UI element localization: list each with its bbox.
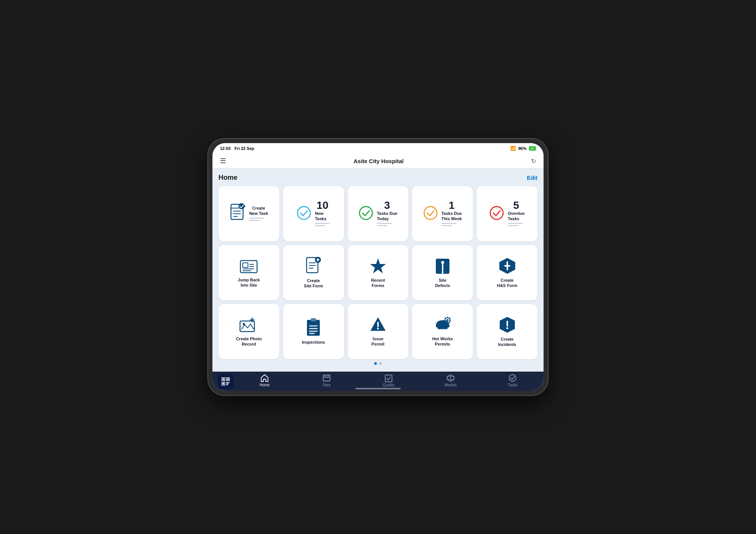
- svg-point-8: [297, 207, 310, 219]
- tab-quality-label: Quality: [383, 383, 394, 387]
- tile-create-site-form[interactable]: CreateSite Form: [283, 245, 344, 300]
- svg-rect-75: [385, 375, 392, 382]
- svg-marker-25: [370, 258, 386, 273]
- create-task-info: CreateNew Task: [249, 205, 268, 222]
- nav-title: Asite City Hospital: [353, 158, 404, 164]
- overdue-tasks-info: 5 OverdueTasks: [508, 200, 525, 228]
- tile-label-hot-works: Hot WorksPermits: [432, 336, 453, 347]
- svg-point-51: [446, 319, 449, 321]
- tile-label-create-hs-form: CreateH&S Form: [497, 278, 517, 289]
- tasks-due-week-count: 1: [442, 200, 462, 211]
- tile-create-hs-form[interactable]: CreateH&S Form: [477, 245, 538, 300]
- tile-create-new-task[interactable]: CreateNew Task: [218, 186, 279, 241]
- create-task-icon: [229, 204, 246, 224]
- svg-point-9: [359, 207, 372, 219]
- pagination-dot-1[interactable]: [374, 362, 377, 365]
- create-site-form-icon: [305, 257, 322, 275]
- tile-recent-forms[interactable]: RecentForms: [348, 245, 409, 300]
- create-hs-form-icon: [499, 257, 516, 275]
- overdue-tasks-icon: [490, 206, 504, 222]
- pagination: [218, 359, 538, 366]
- tile-create-photo[interactable]: Create PhotoRecord: [218, 304, 279, 359]
- task-lines: [508, 223, 525, 226]
- tab-sites-label: Sites: [322, 383, 331, 387]
- new-tasks-info: 10 NewTasks: [315, 200, 330, 228]
- tasks-due-today-info: 3 Tasks DueToday: [377, 200, 397, 228]
- tasks-due-week-icon: [423, 206, 438, 222]
- tab-models[interactable]: Models: [420, 374, 482, 387]
- tile-tasks-due-week[interactable]: 1 Tasks DueThis Week: [412, 186, 473, 241]
- tab-quality[interactable]: Quality: [358, 374, 420, 387]
- tile-site-defects[interactable]: SiteDefects: [412, 245, 473, 300]
- hot-works-icon: [434, 316, 451, 333]
- task-lines: [249, 218, 268, 222]
- tasks-due-week-info: 1 Tasks DueThis Week: [442, 200, 462, 228]
- tile-label-create-incidents: CreateIncidents: [498, 336, 516, 347]
- battery-icon: ⚡: [529, 146, 536, 151]
- tile-hot-works[interactable]: Hot WorksPermits: [412, 304, 473, 359]
- tab-sites[interactable]: Sites: [296, 374, 358, 387]
- device-screen: 12:03 Fri 22 Sep 📶 96% ⚡ ☰ Asite City Ho…: [212, 143, 544, 391]
- svg-rect-13: [243, 263, 248, 267]
- svg-rect-40: [311, 319, 316, 321]
- svg-point-47: [377, 327, 379, 329]
- tile-label-issue-permit: IssuePermit: [372, 336, 384, 347]
- new-tasks-icon: [297, 206, 311, 222]
- svg-point-80: [509, 375, 516, 381]
- svg-rect-72: [323, 375, 330, 381]
- task-lines: [377, 223, 397, 226]
- tab-home[interactable]: Home: [234, 374, 296, 387]
- svg-point-27: [441, 261, 444, 264]
- status-left: 12:03 Fri 22 Sep: [220, 146, 254, 151]
- issue-permit-icon: [370, 316, 386, 333]
- tile-overdue-tasks[interactable]: 5 OverdueTasks: [477, 186, 538, 241]
- menu-icon[interactable]: ☰: [220, 157, 226, 165]
- create-incidents-icon: [499, 316, 516, 333]
- svg-point-11: [490, 207, 503, 219]
- svg-point-62: [506, 327, 508, 329]
- tile-jump-back[interactable]: Jump BackInto Site: [218, 245, 279, 300]
- tab-bar: Home Sites Qual: [212, 372, 544, 391]
- refresh-icon[interactable]: ↻: [531, 157, 536, 165]
- main-content: Home Edit: [212, 168, 544, 372]
- tasks-due-today-count: 3: [377, 200, 397, 211]
- overdue-tasks-label: OverdueTasks: [508, 211, 525, 222]
- page-title: Home: [218, 174, 237, 182]
- task-lines: [442, 223, 462, 226]
- tile-issue-permit[interactable]: IssuePermit: [348, 304, 409, 359]
- tile-tasks-due-today[interactable]: 3 Tasks DueToday: [348, 186, 409, 241]
- page-header: Home Edit: [218, 174, 538, 182]
- device-frame: 12:03 Fri 22 Sep 📶 96% ⚡ ☰ Asite City Ho…: [208, 139, 548, 395]
- tile-label-inspections: Inspections: [302, 340, 325, 345]
- jump-back-icon: [240, 258, 258, 274]
- svg-rect-70: [228, 382, 229, 383]
- site-defects-icon: [435, 257, 450, 275]
- tab-tasks-label: Tasks: [508, 383, 517, 387]
- battery-percent: 96%: [518, 146, 527, 151]
- task-lines: [315, 223, 330, 226]
- recent-forms-icon: [369, 257, 387, 275]
- tab-tasks[interactable]: Tasks: [482, 374, 544, 387]
- tab-home-label: Home: [260, 383, 270, 387]
- tile-new-tasks[interactable]: 10 NewTasks: [283, 186, 344, 241]
- tile-label-site-defects: SiteDefects: [435, 278, 450, 289]
- pagination-dot-2[interactable]: [379, 362, 382, 365]
- status-bar: 12:03 Fri 22 Sep 📶 96% ⚡: [212, 143, 544, 154]
- svg-rect-71: [226, 384, 228, 385]
- svg-point-35: [243, 323, 245, 325]
- nav-bar: ☰ Asite City Hospital ↻: [212, 154, 544, 168]
- tasks-due-today-label: Tasks DueToday: [377, 211, 397, 222]
- tile-create-incidents[interactable]: CreateIncidents: [477, 304, 538, 359]
- status-right: 📶 96% ⚡: [510, 146, 536, 151]
- new-tasks-count: 10: [315, 200, 330, 211]
- tiles-grid: CreateNew Task: [218, 186, 538, 359]
- svg-rect-68: [223, 383, 224, 384]
- overdue-tasks-count: 5: [508, 200, 525, 211]
- edit-button[interactable]: Edit: [527, 174, 538, 181]
- tile-label-create-task: CreateNew Task: [249, 205, 268, 216]
- tile-label-recent-forms: RecentForms: [371, 278, 385, 289]
- svg-rect-66: [227, 378, 229, 380]
- tile-inspections[interactable]: Inspections: [283, 304, 344, 359]
- qr-button[interactable]: [218, 373, 234, 389]
- create-photo-icon: [239, 316, 258, 333]
